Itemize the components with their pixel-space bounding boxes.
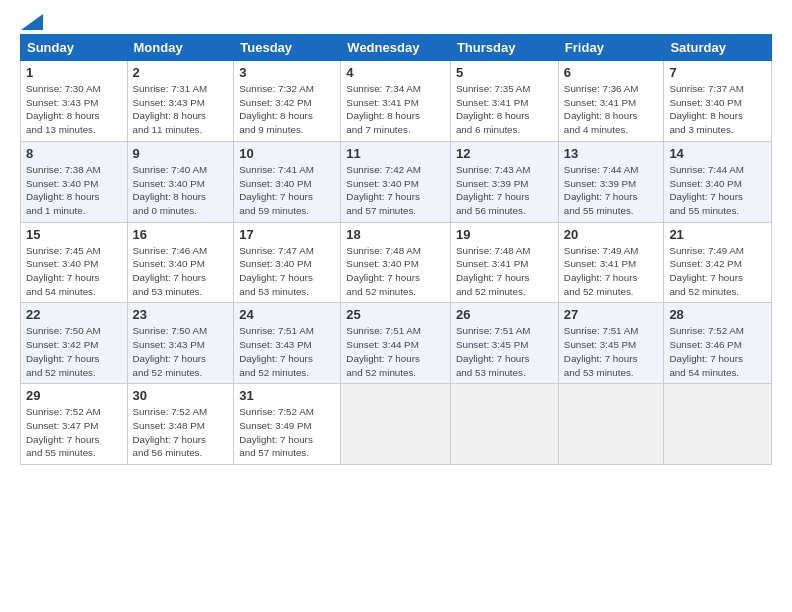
day-number: 6 bbox=[564, 65, 659, 80]
day-info: Sunrise: 7:52 AM Sunset: 3:49 PM Dayligh… bbox=[239, 405, 335, 460]
calendar-cell: 27Sunrise: 7:51 AM Sunset: 3:45 PM Dayli… bbox=[558, 303, 664, 384]
calendar-cell: 24Sunrise: 7:51 AM Sunset: 3:43 PM Dayli… bbox=[234, 303, 341, 384]
day-info: Sunrise: 7:44 AM Sunset: 3:40 PM Dayligh… bbox=[669, 163, 766, 218]
day-number: 11 bbox=[346, 146, 445, 161]
day-number: 27 bbox=[564, 307, 659, 322]
day-number: 18 bbox=[346, 227, 445, 242]
weekday-header: Tuesday bbox=[234, 35, 341, 61]
day-info: Sunrise: 7:47 AM Sunset: 3:40 PM Dayligh… bbox=[239, 244, 335, 299]
day-info: Sunrise: 7:51 AM Sunset: 3:45 PM Dayligh… bbox=[564, 324, 659, 379]
weekday-header: Thursday bbox=[450, 35, 558, 61]
day-info: Sunrise: 7:49 AM Sunset: 3:41 PM Dayligh… bbox=[564, 244, 659, 299]
day-info: Sunrise: 7:42 AM Sunset: 3:40 PM Dayligh… bbox=[346, 163, 445, 218]
svg-marker-0 bbox=[21, 14, 43, 30]
calendar-cell bbox=[664, 384, 772, 465]
day-info: Sunrise: 7:37 AM Sunset: 3:40 PM Dayligh… bbox=[669, 82, 766, 137]
day-info: Sunrise: 7:38 AM Sunset: 3:40 PM Dayligh… bbox=[26, 163, 122, 218]
day-number: 31 bbox=[239, 388, 335, 403]
calendar-week-row: 22Sunrise: 7:50 AM Sunset: 3:42 PM Dayli… bbox=[21, 303, 772, 384]
day-number: 19 bbox=[456, 227, 553, 242]
page: SundayMondayTuesdayWednesdayThursdayFrid… bbox=[0, 0, 792, 612]
day-number: 8 bbox=[26, 146, 122, 161]
day-info: Sunrise: 7:45 AM Sunset: 3:40 PM Dayligh… bbox=[26, 244, 122, 299]
calendar-cell: 10Sunrise: 7:41 AM Sunset: 3:40 PM Dayli… bbox=[234, 141, 341, 222]
day-number: 2 bbox=[133, 65, 229, 80]
calendar-cell: 8Sunrise: 7:38 AM Sunset: 3:40 PM Daylig… bbox=[21, 141, 128, 222]
calendar-cell: 26Sunrise: 7:51 AM Sunset: 3:45 PM Dayli… bbox=[450, 303, 558, 384]
calendar-cell: 17Sunrise: 7:47 AM Sunset: 3:40 PM Dayli… bbox=[234, 222, 341, 303]
day-number: 4 bbox=[346, 65, 445, 80]
day-number: 24 bbox=[239, 307, 335, 322]
calendar-cell: 7Sunrise: 7:37 AM Sunset: 3:40 PM Daylig… bbox=[664, 61, 772, 142]
day-number: 30 bbox=[133, 388, 229, 403]
calendar-cell: 20Sunrise: 7:49 AM Sunset: 3:41 PM Dayli… bbox=[558, 222, 664, 303]
calendar-cell: 1Sunrise: 7:30 AM Sunset: 3:43 PM Daylig… bbox=[21, 61, 128, 142]
day-info: Sunrise: 7:50 AM Sunset: 3:42 PM Dayligh… bbox=[26, 324, 122, 379]
day-info: Sunrise: 7:41 AM Sunset: 3:40 PM Dayligh… bbox=[239, 163, 335, 218]
calendar-cell: 2Sunrise: 7:31 AM Sunset: 3:43 PM Daylig… bbox=[127, 61, 234, 142]
day-info: Sunrise: 7:50 AM Sunset: 3:43 PM Dayligh… bbox=[133, 324, 229, 379]
calendar-week-row: 15Sunrise: 7:45 AM Sunset: 3:40 PM Dayli… bbox=[21, 222, 772, 303]
day-info: Sunrise: 7:46 AM Sunset: 3:40 PM Dayligh… bbox=[133, 244, 229, 299]
calendar-cell: 5Sunrise: 7:35 AM Sunset: 3:41 PM Daylig… bbox=[450, 61, 558, 142]
day-info: Sunrise: 7:35 AM Sunset: 3:41 PM Dayligh… bbox=[456, 82, 553, 137]
day-number: 12 bbox=[456, 146, 553, 161]
calendar-cell: 25Sunrise: 7:51 AM Sunset: 3:44 PM Dayli… bbox=[341, 303, 451, 384]
logo bbox=[20, 16, 43, 26]
day-number: 7 bbox=[669, 65, 766, 80]
calendar-cell bbox=[450, 384, 558, 465]
day-info: Sunrise: 7:40 AM Sunset: 3:40 PM Dayligh… bbox=[133, 163, 229, 218]
calendar-cell: 22Sunrise: 7:50 AM Sunset: 3:42 PM Dayli… bbox=[21, 303, 128, 384]
day-number: 9 bbox=[133, 146, 229, 161]
day-number: 28 bbox=[669, 307, 766, 322]
calendar-cell bbox=[558, 384, 664, 465]
calendar-cell: 3Sunrise: 7:32 AM Sunset: 3:42 PM Daylig… bbox=[234, 61, 341, 142]
calendar-week-row: 8Sunrise: 7:38 AM Sunset: 3:40 PM Daylig… bbox=[21, 141, 772, 222]
day-number: 14 bbox=[669, 146, 766, 161]
calendar-cell: 19Sunrise: 7:48 AM Sunset: 3:41 PM Dayli… bbox=[450, 222, 558, 303]
calendar-week-row: 1Sunrise: 7:30 AM Sunset: 3:43 PM Daylig… bbox=[21, 61, 772, 142]
day-number: 21 bbox=[669, 227, 766, 242]
day-number: 3 bbox=[239, 65, 335, 80]
day-info: Sunrise: 7:43 AM Sunset: 3:39 PM Dayligh… bbox=[456, 163, 553, 218]
calendar-cell: 6Sunrise: 7:36 AM Sunset: 3:41 PM Daylig… bbox=[558, 61, 664, 142]
day-info: Sunrise: 7:52 AM Sunset: 3:48 PM Dayligh… bbox=[133, 405, 229, 460]
calendar-cell: 14Sunrise: 7:44 AM Sunset: 3:40 PM Dayli… bbox=[664, 141, 772, 222]
calendar-week-row: 29Sunrise: 7:52 AM Sunset: 3:47 PM Dayli… bbox=[21, 384, 772, 465]
day-number: 16 bbox=[133, 227, 229, 242]
day-info: Sunrise: 7:48 AM Sunset: 3:40 PM Dayligh… bbox=[346, 244, 445, 299]
calendar-cell: 12Sunrise: 7:43 AM Sunset: 3:39 PM Dayli… bbox=[450, 141, 558, 222]
calendar-cell: 18Sunrise: 7:48 AM Sunset: 3:40 PM Dayli… bbox=[341, 222, 451, 303]
day-info: Sunrise: 7:44 AM Sunset: 3:39 PM Dayligh… bbox=[564, 163, 659, 218]
day-number: 26 bbox=[456, 307, 553, 322]
day-info: Sunrise: 7:30 AM Sunset: 3:43 PM Dayligh… bbox=[26, 82, 122, 137]
day-info: Sunrise: 7:51 AM Sunset: 3:43 PM Dayligh… bbox=[239, 324, 335, 379]
day-number: 15 bbox=[26, 227, 122, 242]
day-number: 22 bbox=[26, 307, 122, 322]
calendar-table: SundayMondayTuesdayWednesdayThursdayFrid… bbox=[20, 34, 772, 465]
day-number: 1 bbox=[26, 65, 122, 80]
calendar-cell: 23Sunrise: 7:50 AM Sunset: 3:43 PM Dayli… bbox=[127, 303, 234, 384]
day-info: Sunrise: 7:36 AM Sunset: 3:41 PM Dayligh… bbox=[564, 82, 659, 137]
day-number: 13 bbox=[564, 146, 659, 161]
day-info: Sunrise: 7:49 AM Sunset: 3:42 PM Dayligh… bbox=[669, 244, 766, 299]
calendar-cell: 30Sunrise: 7:52 AM Sunset: 3:48 PM Dayli… bbox=[127, 384, 234, 465]
day-number: 5 bbox=[456, 65, 553, 80]
weekday-header: Monday bbox=[127, 35, 234, 61]
calendar-cell: 21Sunrise: 7:49 AM Sunset: 3:42 PM Dayli… bbox=[664, 222, 772, 303]
weekday-header: Wednesday bbox=[341, 35, 451, 61]
calendar-cell: 28Sunrise: 7:52 AM Sunset: 3:46 PM Dayli… bbox=[664, 303, 772, 384]
calendar-cell: 16Sunrise: 7:46 AM Sunset: 3:40 PM Dayli… bbox=[127, 222, 234, 303]
weekday-header: Sunday bbox=[21, 35, 128, 61]
day-info: Sunrise: 7:34 AM Sunset: 3:41 PM Dayligh… bbox=[346, 82, 445, 137]
day-info: Sunrise: 7:51 AM Sunset: 3:44 PM Dayligh… bbox=[346, 324, 445, 379]
calendar-cell bbox=[341, 384, 451, 465]
day-number: 23 bbox=[133, 307, 229, 322]
logo-icon bbox=[21, 14, 43, 30]
day-number: 17 bbox=[239, 227, 335, 242]
calendar-cell: 31Sunrise: 7:52 AM Sunset: 3:49 PM Dayli… bbox=[234, 384, 341, 465]
calendar-cell: 11Sunrise: 7:42 AM Sunset: 3:40 PM Dayli… bbox=[341, 141, 451, 222]
calendar-cell: 13Sunrise: 7:44 AM Sunset: 3:39 PM Dayli… bbox=[558, 141, 664, 222]
day-info: Sunrise: 7:31 AM Sunset: 3:43 PM Dayligh… bbox=[133, 82, 229, 137]
day-info: Sunrise: 7:48 AM Sunset: 3:41 PM Dayligh… bbox=[456, 244, 553, 299]
